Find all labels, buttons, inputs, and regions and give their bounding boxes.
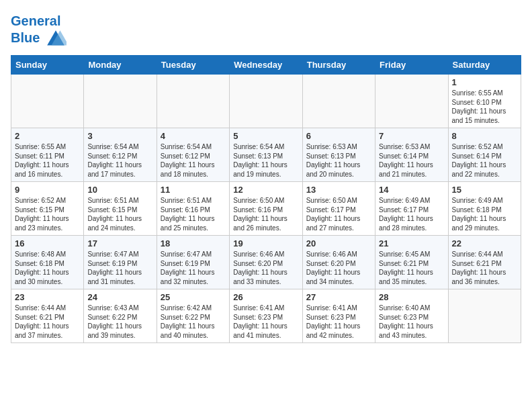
day-number: 2 xyxy=(15,131,80,141)
calendar-cell: 4Sunrise: 6:54 AM Sunset: 6:12 PM Daylig… xyxy=(157,128,229,182)
day-number: 10 xyxy=(87,185,152,195)
day-info: Sunrise: 6:40 AM Sunset: 6:23 PM Dayligh… xyxy=(379,304,444,340)
calendar-header-row: SundayMondayTuesdayWednesdayThursdayFrid… xyxy=(11,56,521,75)
day-number: 22 xyxy=(452,238,517,248)
day-info: Sunrise: 6:41 AM Sunset: 6:23 PM Dayligh… xyxy=(233,304,298,340)
page-header: General Blue xyxy=(11,11,521,50)
col-header-thursday: Thursday xyxy=(302,56,375,75)
day-info: Sunrise: 6:54 AM Sunset: 6:12 PM Dayligh… xyxy=(161,142,226,179)
day-number: 5 xyxy=(233,131,298,141)
day-number: 17 xyxy=(87,238,152,248)
day-info: Sunrise: 6:46 AM Sunset: 6:20 PM Dayligh… xyxy=(306,250,371,286)
week-row-4: 16Sunrise: 6:48 AM Sunset: 6:18 PM Dayli… xyxy=(11,236,521,289)
calendar-cell: 16Sunrise: 6:48 AM Sunset: 6:18 PM Dayli… xyxy=(11,236,84,289)
day-info: Sunrise: 6:51 AM Sunset: 6:15 PM Dayligh… xyxy=(87,196,152,232)
week-row-5: 23Sunrise: 6:44 AM Sunset: 6:21 PM Dayli… xyxy=(11,289,521,343)
col-header-friday: Friday xyxy=(375,56,448,75)
day-info: Sunrise: 6:53 AM Sunset: 6:14 PM Dayligh… xyxy=(379,142,444,179)
day-number: 27 xyxy=(306,292,371,302)
calendar-cell: 26Sunrise: 6:41 AM Sunset: 6:23 PM Dayli… xyxy=(230,289,302,343)
day-number: 21 xyxy=(379,238,444,248)
calendar-cell xyxy=(302,75,375,128)
day-info: Sunrise: 6:54 AM Sunset: 6:13 PM Dayligh… xyxy=(233,142,298,179)
calendar-cell: 9Sunrise: 6:52 AM Sunset: 6:15 PM Daylig… xyxy=(11,182,84,236)
day-info: Sunrise: 6:47 AM Sunset: 6:19 PM Dayligh… xyxy=(87,250,152,286)
calendar-cell: 24Sunrise: 6:43 AM Sunset: 6:22 PM Dayli… xyxy=(84,289,157,343)
day-info: Sunrise: 6:44 AM Sunset: 6:21 PM Dayligh… xyxy=(452,250,517,286)
calendar-cell: 20Sunrise: 6:46 AM Sunset: 6:20 PM Dayli… xyxy=(302,236,375,289)
day-info: Sunrise: 6:43 AM Sunset: 6:22 PM Dayligh… xyxy=(87,304,152,340)
logo: General Blue xyxy=(11,13,66,50)
day-number: 23 xyxy=(15,292,80,302)
day-number: 24 xyxy=(87,292,152,302)
calendar-cell: 12Sunrise: 6:50 AM Sunset: 6:16 PM Dayli… xyxy=(230,182,302,236)
calendar-cell: 19Sunrise: 6:46 AM Sunset: 6:20 PM Dayli… xyxy=(230,236,302,289)
col-header-saturday: Saturday xyxy=(448,56,521,75)
day-info: Sunrise: 6:46 AM Sunset: 6:20 PM Dayligh… xyxy=(233,250,298,286)
day-number: 14 xyxy=(379,185,444,195)
col-header-sunday: Sunday xyxy=(11,56,84,75)
calendar-cell: 14Sunrise: 6:49 AM Sunset: 6:17 PM Dayli… xyxy=(375,182,448,236)
calendar-cell xyxy=(84,75,157,128)
col-header-tuesday: Tuesday xyxy=(157,56,229,75)
day-number: 7 xyxy=(379,131,444,141)
day-number: 4 xyxy=(161,131,226,141)
day-info: Sunrise: 6:41 AM Sunset: 6:23 PM Dayligh… xyxy=(306,304,371,340)
day-number: 11 xyxy=(161,185,226,195)
day-info: Sunrise: 6:51 AM Sunset: 6:16 PM Dayligh… xyxy=(161,196,226,232)
day-number: 8 xyxy=(452,131,517,141)
calendar-cell xyxy=(157,75,229,128)
calendar-cell xyxy=(448,289,521,343)
calendar-cell: 8Sunrise: 6:52 AM Sunset: 6:14 PM Daylig… xyxy=(448,128,521,182)
day-info: Sunrise: 6:50 AM Sunset: 6:16 PM Dayligh… xyxy=(233,196,298,232)
calendar-table: SundayMondayTuesdayWednesdayThursdayFrid… xyxy=(11,55,521,343)
logo-text: General xyxy=(11,13,66,28)
day-info: Sunrise: 6:49 AM Sunset: 6:17 PM Dayligh… xyxy=(379,196,444,232)
day-number: 19 xyxy=(233,238,298,248)
day-info: Sunrise: 6:44 AM Sunset: 6:21 PM Dayligh… xyxy=(15,304,80,340)
calendar-cell: 7Sunrise: 6:53 AM Sunset: 6:14 PM Daylig… xyxy=(375,128,448,182)
day-info: Sunrise: 6:48 AM Sunset: 6:18 PM Dayligh… xyxy=(15,250,80,286)
calendar-cell: 23Sunrise: 6:44 AM Sunset: 6:21 PM Dayli… xyxy=(11,289,84,343)
day-info: Sunrise: 6:52 AM Sunset: 6:15 PM Dayligh… xyxy=(15,196,80,232)
day-info: Sunrise: 6:42 AM Sunset: 6:22 PM Dayligh… xyxy=(161,304,226,340)
day-info: Sunrise: 6:54 AM Sunset: 6:12 PM Dayligh… xyxy=(87,142,152,179)
day-info: Sunrise: 6:50 AM Sunset: 6:17 PM Dayligh… xyxy=(306,196,371,232)
day-number: 13 xyxy=(306,185,371,195)
calendar-cell: 27Sunrise: 6:41 AM Sunset: 6:23 PM Dayli… xyxy=(302,289,375,343)
day-info: Sunrise: 6:53 AM Sunset: 6:13 PM Dayligh… xyxy=(306,142,371,179)
day-number: 15 xyxy=(452,185,517,195)
calendar-cell: 22Sunrise: 6:44 AM Sunset: 6:21 PM Dayli… xyxy=(448,236,521,289)
calendar-cell xyxy=(11,75,84,128)
calendar-cell xyxy=(230,75,302,128)
week-row-2: 2Sunrise: 6:55 AM Sunset: 6:11 PM Daylig… xyxy=(11,128,521,182)
day-info: Sunrise: 6:47 AM Sunset: 6:19 PM Dayligh… xyxy=(161,250,226,286)
calendar-cell: 11Sunrise: 6:51 AM Sunset: 6:16 PM Dayli… xyxy=(157,182,229,236)
day-info: Sunrise: 6:52 AM Sunset: 6:14 PM Dayligh… xyxy=(452,142,517,179)
day-number: 9 xyxy=(15,185,80,195)
calendar-cell: 10Sunrise: 6:51 AM Sunset: 6:15 PM Dayli… xyxy=(84,182,157,236)
calendar-cell: 13Sunrise: 6:50 AM Sunset: 6:17 PM Dayli… xyxy=(302,182,375,236)
calendar-cell: 28Sunrise: 6:40 AM Sunset: 6:23 PM Dayli… xyxy=(375,289,448,343)
calendar-cell xyxy=(375,75,448,128)
day-info: Sunrise: 6:45 AM Sunset: 6:21 PM Dayligh… xyxy=(379,250,444,286)
calendar-cell: 3Sunrise: 6:54 AM Sunset: 6:12 PM Daylig… xyxy=(84,128,157,182)
day-info: Sunrise: 6:55 AM Sunset: 6:10 PM Dayligh… xyxy=(452,89,517,125)
day-number: 1 xyxy=(452,77,517,87)
calendar-cell: 18Sunrise: 6:47 AM Sunset: 6:19 PM Dayli… xyxy=(157,236,229,289)
week-row-3: 9Sunrise: 6:52 AM Sunset: 6:15 PM Daylig… xyxy=(11,182,521,236)
day-number: 26 xyxy=(233,292,298,302)
calendar-cell: 17Sunrise: 6:47 AM Sunset: 6:19 PM Dayli… xyxy=(84,236,157,289)
calendar-cell: 25Sunrise: 6:42 AM Sunset: 6:22 PM Dayli… xyxy=(157,289,229,343)
day-info: Sunrise: 6:49 AM Sunset: 6:18 PM Dayligh… xyxy=(452,196,517,232)
day-number: 28 xyxy=(379,292,444,302)
calendar-cell: 21Sunrise: 6:45 AM Sunset: 6:21 PM Dayli… xyxy=(375,236,448,289)
col-header-wednesday: Wednesday xyxy=(230,56,302,75)
day-number: 20 xyxy=(306,238,371,248)
day-number: 12 xyxy=(233,185,298,195)
col-header-monday: Monday xyxy=(84,56,157,75)
calendar-cell: 6Sunrise: 6:53 AM Sunset: 6:13 PM Daylig… xyxy=(302,128,375,182)
day-number: 25 xyxy=(161,292,226,302)
day-number: 16 xyxy=(15,238,80,248)
day-number: 18 xyxy=(161,238,226,248)
